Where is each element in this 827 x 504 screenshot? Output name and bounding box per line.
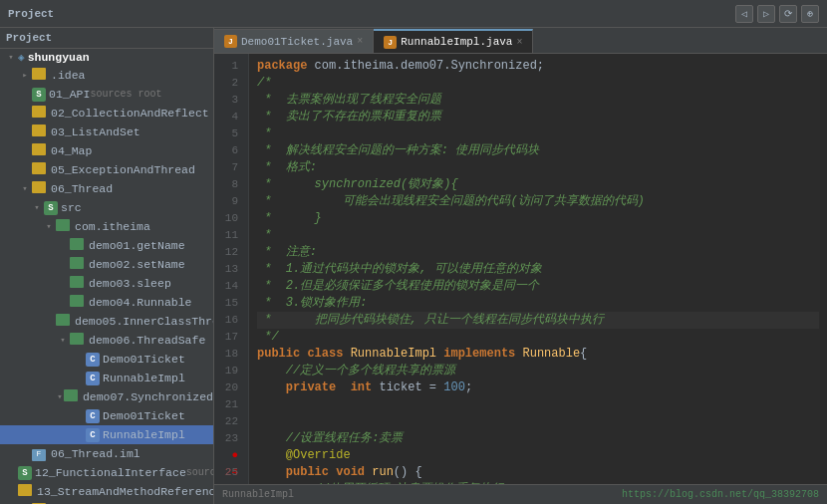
line-number: 17 xyxy=(214,329,244,346)
item-label: Demo01Ticket xyxy=(103,353,185,366)
tab-runnable[interactable]: JRunnableImpl.java× xyxy=(374,29,533,53)
line-number: 21 xyxy=(214,396,244,413)
sidebar-item-func12[interactable]: S12_FunctionalInterface sources rc xyxy=(0,463,213,482)
item-label: demo01.getName xyxy=(89,239,185,252)
sidebar-item-01api[interactable]: S01_API sources root xyxy=(0,85,213,104)
code-line: //定义一个多个线程共享的票源 xyxy=(257,363,819,379)
sidebar-item-stream13[interactable]: 13_StreamAndMethodReference xyxy=(0,482,213,501)
item-label: 04_Map xyxy=(51,144,92,157)
project-title: Project xyxy=(8,8,54,20)
sidebar-item-demo04[interactable]: demo04.Runnable xyxy=(0,293,213,312)
item-label: shungyuan xyxy=(28,51,90,64)
item-icon xyxy=(70,257,86,272)
item-icon: C xyxy=(86,371,100,385)
item-label: demo02.setName xyxy=(89,258,185,271)
main-layout: Project ▾◈shungyuan▸.idea S01_API source… xyxy=(0,28,827,504)
item-label: 12_FunctionalInterface xyxy=(35,466,186,479)
bottom-bar: RunnableImpl https://blog.csdn.net/qq_38… xyxy=(214,484,827,504)
item-label: 13_StreamAndMethodReference xyxy=(37,485,214,498)
code-line: * 2.但是必须保证多个线程使用的锁对象是同一个 xyxy=(257,278,819,295)
sidebar-title: Project xyxy=(6,32,52,44)
code-line: * 注意: xyxy=(257,244,819,261)
expand-arrow[interactable]: ▾ xyxy=(18,183,32,194)
sidebar-item-com[interactable]: ▾com.itheima xyxy=(0,217,213,236)
line-number: 11 xyxy=(214,227,244,244)
sidebar-item-idea[interactable]: ▸.idea xyxy=(0,66,213,85)
sidebar-item-demo01ticket[interactable]: CDemo01Ticket xyxy=(0,350,213,369)
item-icon xyxy=(70,295,86,310)
sidebar-item-05exc[interactable]: 05_ExceptionAndThread xyxy=(0,160,213,179)
sidebar-item-root[interactable]: ▾◈shungyuan xyxy=(0,49,213,66)
sidebar-item-03list[interactable]: 03_ListAndSet xyxy=(0,123,213,141)
line-number: 19 xyxy=(214,363,244,379)
add-btn[interactable]: ⊕ xyxy=(801,5,819,23)
item-icon xyxy=(70,276,86,291)
line-number: 2 xyxy=(214,75,244,92)
tab-label: RunnableImpl.java xyxy=(401,36,512,48)
sidebar-item-06thread[interactable]: ▾06_Thread xyxy=(0,179,213,198)
sidebar-item-thread06[interactable]: F06_Thread.iml xyxy=(0,444,213,463)
code-line xyxy=(257,413,819,430)
code-content[interactable]: package com.itheima.demo07.Synchronized;… xyxy=(249,54,827,484)
line-number: 16 xyxy=(214,312,244,329)
refresh-btn[interactable]: ⟳ xyxy=(779,5,797,23)
tab-close-btn[interactable]: × xyxy=(516,37,522,48)
sidebar-item-runnableimpl2[interactable]: CRunnableImpl xyxy=(0,425,213,444)
sidebar-item-demo05[interactable]: demo05.InnerClassThrea xyxy=(0,312,213,331)
item-icon xyxy=(70,333,86,348)
code-line: public void run() { xyxy=(257,464,819,481)
expand-arrow[interactable]: ▾ xyxy=(30,202,44,213)
tab-java-icon: J xyxy=(224,35,237,48)
item-icon xyxy=(56,219,72,234)
sidebar-item-demo01ticket2[interactable]: CDemo01Ticket xyxy=(0,406,213,425)
item-icon: C xyxy=(86,408,100,423)
item-icon xyxy=(32,181,48,196)
sidebar-item-02col[interactable]: 02_CollectionAndReflect xyxy=(0,104,213,123)
item-label: Demo01Ticket xyxy=(103,409,185,422)
code-editor[interactable]: 1234567891011121314151617181920212223● 2… xyxy=(214,54,827,484)
sidebar-item-runnableimpl1[interactable]: CRunnableImpl xyxy=(0,369,213,387)
tabs-container: JDemo01Ticket.java×JRunnableImpl.java× xyxy=(214,29,533,53)
line-number: 8 xyxy=(214,176,244,193)
sidebar-item-demo02[interactable]: demo02.setName xyxy=(0,255,213,274)
item-icon: C xyxy=(86,427,100,442)
item-label: demo04.Runnable xyxy=(89,296,192,309)
code-line: * 卖出了不存在的票和重复的票 xyxy=(257,109,819,126)
sidebar-item-demo03[interactable]: demo03.sleep xyxy=(0,274,213,293)
code-line: /* xyxy=(257,75,819,92)
code-line: * synchronized(锁对象){ xyxy=(257,176,819,193)
item-label: com.itheima xyxy=(75,220,150,233)
expand-arrow[interactable]: ▾ xyxy=(56,335,70,346)
sidebar-item-src06[interactable]: ▾Ssrc xyxy=(0,198,213,217)
tree-container: ▾◈shungyuan▸.idea S01_API sources root 0… xyxy=(0,49,213,504)
code-line: //使用死循环,让卖票操作重复执行 xyxy=(257,481,819,484)
tab-label: Demo01Ticket.java xyxy=(241,36,353,48)
expand-arrow[interactable]: ▾ xyxy=(42,221,56,232)
code-line: * xyxy=(257,227,819,244)
sidebar-item-04map[interactable]: 04_Map xyxy=(0,141,213,160)
tab-close-btn[interactable]: × xyxy=(357,36,363,47)
code-line: * 把同步代码块锁住, 只让一个线程在同步代码块中执行 xyxy=(257,312,819,329)
line-number: 5 xyxy=(214,126,244,142)
top-bar: Project ◁ ▷ ⟳ ⊕ xyxy=(0,0,827,28)
item-label: 06_Thread xyxy=(51,182,113,195)
code-line: * 3.锁对象作用: xyxy=(257,295,819,312)
nav-forward-btn[interactable]: ▷ xyxy=(757,5,775,23)
sidebar-item-demo07[interactable]: ▾demo07.Synchronized xyxy=(0,387,213,406)
item-icon: S xyxy=(44,200,58,215)
code-line: * 1.通过代码块中的锁对象, 可以使用任意的对象 xyxy=(257,261,819,278)
expand-arrow[interactable]: ▾ xyxy=(56,391,64,402)
tab-demo01[interactable]: JDemo01Ticket.java× xyxy=(214,29,374,53)
expand-arrow[interactable]: ▸ xyxy=(18,70,32,81)
line-number: 25 xyxy=(214,464,244,481)
nav-back-btn[interactable]: ◁ xyxy=(735,5,753,23)
expand-arrow[interactable]: ▾ xyxy=(4,52,18,63)
item-icon xyxy=(70,238,86,253)
code-line xyxy=(257,396,819,413)
tabs-bar: JDemo01Ticket.java×JRunnableImpl.java× xyxy=(214,28,827,54)
code-line: * 解决线程安全问题的一种方案: 使用同步代码块 xyxy=(257,142,819,159)
item-label: demo07.Synchronized xyxy=(83,390,213,403)
sidebar-item-demo01[interactable]: demo01.getName xyxy=(0,236,213,255)
sidebar-item-demo06[interactable]: ▾demo06.ThreadSafe xyxy=(0,331,213,350)
code-line: * xyxy=(257,126,819,142)
